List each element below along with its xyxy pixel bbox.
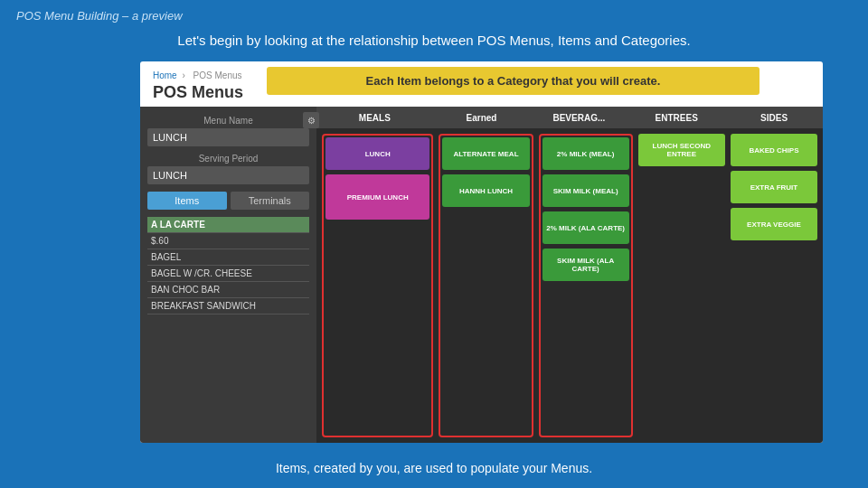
entrees-col: LUNCH SECOND ENTREE [638,134,725,437]
grid-headers: MEALS Earned BEVERAG... ENTREES SIDES [316,107,823,128]
list-item[interactable]: $.60 [147,233,309,249]
items-list: A LA CARTE $.60 BAGEL BAGEL W /CR. CHEES… [147,217,309,314]
col-header-earned: Earned [433,113,531,123]
grid-area: LUNCH PREMIUM LUNCH ALTERNATE MEAL HANNH… [316,128,823,443]
grid-cell-premium-lunch[interactable]: PREMIUM LUNCH [326,174,429,220]
grid-cell-alternate-meal[interactable]: ALTERNATE MEAL [442,137,529,170]
inner-page-title: POS Menus [153,83,243,102]
menu-name-label: Menu Name [147,116,309,126]
page-title: POS Menu Building – a preview [16,9,183,23]
bottom-text: Items, created by you, are used to popul… [0,461,868,475]
tooltip-box: Each Item belongs to a Category that you… [267,67,760,95]
meals-col: LUNCH PREMIUM LUNCH [322,134,433,437]
tab-items[interactable]: Items [147,192,227,210]
col-header-meals: MEALS [316,113,433,123]
left-panel: Menu Name LUNCH Serving Period LUNCH Ite… [140,107,316,443]
grid-cell-2pct-milk-carte[interactable]: 2% MILK (ALA CARTE) [542,211,629,244]
grid-cell-hannh-lunch[interactable]: HANNH LUNCH [442,174,529,207]
grid-cell-baked-chips[interactable]: BAKED CHIPS [731,134,817,166]
col-header-sides: SIDES [725,113,823,123]
right-panel: MEALS Earned BEVERAG... ENTREES SIDES LU… [316,107,823,443]
list-item[interactable]: BAN CHOC BAR [147,282,309,298]
settings-icon[interactable]: ⚙ [303,112,319,128]
beverages-col: 2% MILK (MEAL) SKIM MILK (MEAL) 2% MILK … [539,134,633,437]
grid-cell-extra-fruit[interactable]: EXTRA FRUIT [731,171,817,203]
main-content-box: Home › POS Menus POS Menus ⚙ Menu Name L… [140,61,823,443]
tab-terminals[interactable]: Terminals [231,192,310,210]
col-header-entrees: ENTREES [627,113,725,123]
menu-name-value[interactable]: LUNCH [147,128,309,146]
tabs-row: Items Terminals [147,192,309,210]
earned-col: ALTERNATE MEAL HANNH LUNCH [439,134,533,437]
serving-period-label: Serving Period [147,154,309,164]
breadcrumb-current: POS Menus [193,70,242,80]
grid-cell-extra-veggie[interactable]: EXTRA VEGGIE [731,208,817,240]
breadcrumb-home[interactable]: Home [153,70,177,80]
col-header-beverages: BEVERAG... [530,113,627,123]
list-item[interactable]: A LA CARTE [147,217,309,233]
list-item[interactable]: BAGEL [147,249,309,266]
subtitle: Let's begin by looking at the relationsh… [0,33,868,48]
grid-cell-lunch-second-entree[interactable]: LUNCH SECOND ENTREE [638,134,725,166]
grid-cell-lunch[interactable]: LUNCH [326,137,429,170]
serving-period-value[interactable]: LUNCH [147,166,309,184]
grid-cell-2pct-milk-meal[interactable]: 2% MILK (MEAL) [542,137,629,170]
breadcrumb: Home › POS Menus [153,70,245,80]
grid-cell-skim-milk-carte[interactable]: SKIM MILK (ALA CARTE) [542,249,629,281]
sides-col: BAKED CHIPS EXTRA FRUIT EXTRA VEGGIE [731,134,817,437]
breadcrumb-separator: › [182,70,184,80]
list-item[interactable]: BAGEL W /CR. CHEESE [147,266,309,282]
list-item[interactable]: BREAKFAST SANDWICH [147,298,309,314]
grid-cell-skim-milk-meal[interactable]: SKIM MILK (MEAL) [542,174,629,207]
